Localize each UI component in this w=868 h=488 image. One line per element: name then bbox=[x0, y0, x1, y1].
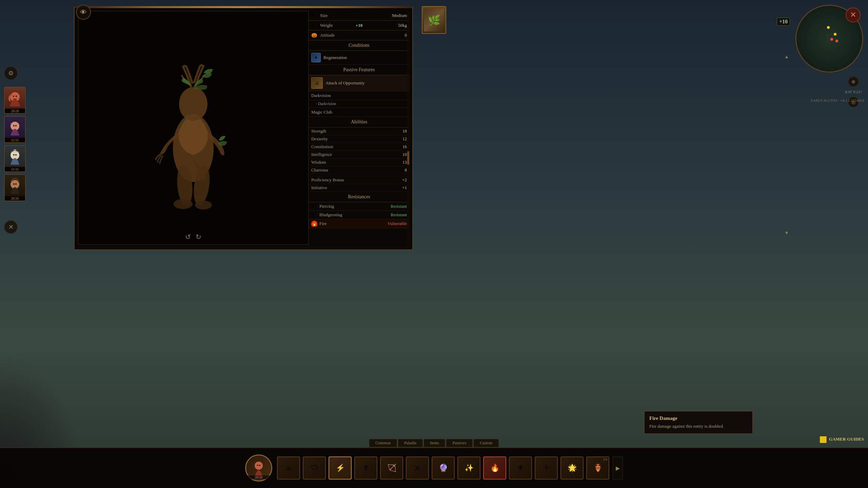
eye-button[interactable]: 👁 bbox=[76, 5, 91, 20]
fire-icon: 🔥 bbox=[311, 221, 317, 227]
tab-passives[interactable]: Passives bbox=[446, 439, 473, 447]
svg-point-20 bbox=[257, 465, 258, 466]
tab-paladin[interactable]: Paladin bbox=[398, 439, 423, 447]
version-text: EARLY ACCESS - v4.1.1.2154614 bbox=[811, 98, 864, 102]
svg-point-11 bbox=[15, 125, 17, 126]
gg-text: GAMER GUIDES bbox=[829, 436, 864, 442]
action-icon-13[interactable]: 🏺 5/9 bbox=[586, 456, 609, 480]
initiative-value: +1 bbox=[402, 185, 407, 190]
svg-point-5 bbox=[179, 87, 208, 121]
portrait-hp-3: 31/31 bbox=[5, 167, 25, 171]
rotate-right-icon[interactable]: ↻ bbox=[196, 233, 201, 241]
svg-point-4 bbox=[195, 201, 212, 209]
gamer-guides-watermark: ▦ GAMER GUIDES bbox=[819, 434, 864, 444]
portrait-face-4 bbox=[5, 175, 25, 196]
minimap-player-marker bbox=[830, 38, 833, 41]
action-icon-7[interactable]: 🔮 bbox=[432, 456, 455, 480]
side-icon-top[interactable]: ⚙ bbox=[4, 66, 18, 80]
piercing-icon: 🗡 bbox=[311, 204, 317, 209]
portrait-face-1 bbox=[5, 87, 25, 108]
proficiency-bonus-value: +2 bbox=[402, 177, 407, 183]
minimap-marker-3 bbox=[835, 40, 838, 42]
right-scroll-up[interactable]: ▲ bbox=[783, 54, 790, 61]
close-button[interactable]: ✕ bbox=[846, 7, 861, 22]
slot-count: 5/9 bbox=[603, 458, 607, 461]
portrait-hp-4: 26/26 bbox=[5, 196, 25, 201]
action-icon-12[interactable]: 🌟 bbox=[560, 456, 584, 480]
wisdom-value: 13 bbox=[402, 160, 407, 165]
weight-row: ⚖ Weight +10 50kg bbox=[309, 21, 410, 30]
tab-items[interactable]: Items bbox=[423, 439, 446, 447]
action-party-icon-large[interactable]: 28/28 bbox=[245, 454, 272, 482]
action-bar: Common Paladin Items Passives Custom 28/… bbox=[0, 447, 868, 488]
bludgeoning-label: Bludgeoning bbox=[319, 212, 391, 218]
portrait-character-2[interactable]: 31/31 bbox=[4, 116, 26, 143]
portrait-hp-1: 28/28 bbox=[5, 109, 25, 113]
rotate-left-icon[interactable]: ↺ bbox=[185, 233, 191, 241]
action-icon-1[interactable]: ⚔ bbox=[277, 456, 300, 480]
action-tabs: Common Paladin Items Passives Custom bbox=[369, 439, 499, 447]
constitution-label: Constitution bbox=[311, 144, 402, 149]
main-info-panel: ↺ ↻ ⊞ Size Medium ⚖ Weight +10 50kg 🎃 At… bbox=[74, 6, 413, 250]
ability-constitution: Constitution 16 bbox=[309, 143, 410, 151]
action-icon-3[interactable]: ⚡ bbox=[329, 456, 352, 480]
action-icon-2[interactable]: 🛡 bbox=[303, 456, 326, 480]
tooltip-title: Fire Damage bbox=[649, 415, 748, 421]
creature-portrait-face: 🌿 bbox=[424, 8, 444, 32]
portrait-face-2 bbox=[5, 117, 25, 138]
dexterity-label: Dexterity bbox=[311, 136, 402, 142]
svg-point-7 bbox=[13, 96, 14, 97]
right-scroll-down[interactable]: ▼ bbox=[783, 230, 790, 237]
ability-wisdom: Wisdom 13 bbox=[309, 159, 410, 166]
aoo-label: Attack of Opportunity bbox=[326, 80, 365, 86]
passive-attack-of-opportunity: ⚔ Attack of Opportunity bbox=[309, 75, 410, 91]
weight-icon: ⚖ bbox=[311, 22, 317, 28]
attitude-row: 🎃 Attitude 0 bbox=[309, 30, 410, 40]
portrait-face-3 bbox=[5, 146, 25, 167]
action-icon-8[interactable]: ✨ bbox=[457, 456, 480, 480]
svg-point-18 bbox=[15, 183, 17, 185]
wisdom-label: Wisdom bbox=[311, 160, 402, 165]
face-svg-3 bbox=[6, 148, 23, 165]
initiative-row: Initiative +1 bbox=[309, 184, 410, 192]
portrait-character-1[interactable]: 28/28 bbox=[4, 87, 26, 114]
portrait-character-4[interactable]: 26/26 bbox=[4, 174, 26, 201]
bludgeoning-value: Resistant bbox=[391, 212, 407, 218]
tab-common[interactable]: Common bbox=[369, 439, 397, 447]
fire-label: Fire bbox=[319, 221, 388, 226]
side-icon-bottom[interactable]: ✕ bbox=[4, 220, 18, 234]
minimap-compass[interactable]: ⊕ bbox=[848, 76, 859, 87]
size-label: Size bbox=[320, 13, 392, 18]
scroll-thumb[interactable] bbox=[407, 151, 409, 165]
svg-point-13 bbox=[13, 154, 15, 156]
minimap-coords: X:97 Y:217 bbox=[845, 90, 862, 94]
strength-value: 18 bbox=[402, 128, 407, 134]
panel-top-decoration bbox=[75, 6, 412, 8]
minimap-level-bonus: +10 bbox=[777, 18, 790, 26]
weight-bonus: +10 bbox=[356, 23, 362, 28]
creature-svg bbox=[129, 40, 258, 216]
resistance-bludgeoning: 🗡 Bludgeoning Resistant bbox=[309, 211, 410, 219]
scroll-bar[interactable] bbox=[407, 11, 410, 245]
svg-point-21 bbox=[259, 465, 260, 466]
action-bar-scroll-right[interactable]: ▶ bbox=[613, 456, 623, 480]
svg-point-19 bbox=[255, 462, 263, 470]
ability-dexterity: Dexterity 12 bbox=[309, 135, 410, 143]
ability-intelligence: Intelligence 10 bbox=[309, 151, 410, 159]
action-icon-11[interactable]: ☩ bbox=[535, 456, 558, 480]
resistance-fire: 🔥 Fire Vulnerable bbox=[309, 219, 410, 228]
action-icon-10[interactable]: ⚜ bbox=[509, 456, 532, 480]
size-value: Medium bbox=[392, 13, 407, 18]
rotate-controls[interactable]: ↺ ↻ bbox=[185, 233, 201, 241]
tab-custom[interactable]: Custom bbox=[473, 439, 499, 447]
portrait-hp-2: 31/31 bbox=[5, 138, 25, 142]
action-icon-6[interactable]: ⚔ bbox=[406, 456, 429, 480]
action-icon-5[interactable]: 🏹 bbox=[380, 456, 403, 480]
portrait-character-3[interactable]: 31/31 bbox=[4, 145, 26, 172]
action-icon-4[interactable]: 🗡 bbox=[354, 456, 377, 480]
proficiency-bonus-row: Proficiency Bonus +2 bbox=[309, 176, 410, 184]
dexterity-value: 12 bbox=[402, 136, 407, 142]
minimap-marker-1 bbox=[827, 26, 830, 29]
action-icon-9[interactable]: 🔥 bbox=[483, 456, 506, 480]
action-party-hp: 28/28 bbox=[246, 475, 271, 479]
